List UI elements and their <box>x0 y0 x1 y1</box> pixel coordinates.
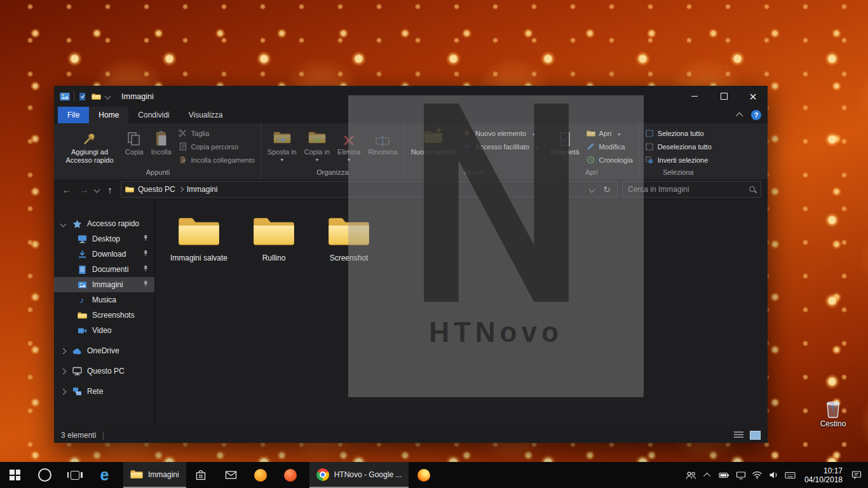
sidebar-item-immagini[interactable]: Immagini <box>54 277 154 292</box>
cortana-button[interactable] <box>30 462 60 488</box>
tray-overflow-chevron-icon[interactable] <box>700 462 716 488</box>
red-app-button[interactable] <box>276 462 306 488</box>
copy-to-button[interactable]: Copia in <box>301 125 334 163</box>
ribbon-group-seleziona: Seleziona tutto Deseleziona tutto Invert… <box>639 123 717 179</box>
invert-selection-button[interactable]: Inverti selezione <box>642 153 715 166</box>
open-button[interactable]: Apri <box>583 126 636 140</box>
title-bar[interactable]: Immagini <box>54 86 768 107</box>
tab-visualizza[interactable]: Visualizza <box>179 107 233 123</box>
folder-content-area[interactable]: Immagini salvate Rullino Screenshot <box>155 200 768 428</box>
breadcrumb-separator-icon <box>178 187 183 192</box>
tab-file[interactable]: File <box>58 107 89 123</box>
history-button[interactable]: Cronologia <box>583 153 636 166</box>
qat-properties-icon[interactable] <box>78 92 87 101</box>
expand-chevron-icon[interactable] <box>60 389 67 395</box>
sidebar-item-screenshots[interactable]: Screenshots <box>54 308 154 323</box>
battery-icon[interactable] <box>716 462 733 488</box>
breadcrumb-questo-pc[interactable]: Questo PC <box>138 185 175 194</box>
sidebar-item-rete[interactable]: Rete <box>54 384 154 399</box>
dropdown-arrow-icon <box>348 158 350 163</box>
tab-condividi[interactable]: Condividi <box>128 107 179 123</box>
open-folder-icon <box>587 130 595 137</box>
folder-icon <box>177 214 220 249</box>
people-icon[interactable] <box>683 462 700 488</box>
rename-button[interactable]: Rinomina <box>364 125 401 156</box>
easy-access-button[interactable]: Accesso facilitato <box>459 140 541 153</box>
expand-chevron-icon[interactable] <box>60 221 67 227</box>
sidebar-item-desktop[interactable]: Desktop <box>54 231 154 247</box>
taskbar-clock[interactable]: 10:17 04/10/2018 <box>799 466 848 484</box>
help-icon[interactable] <box>751 110 761 120</box>
sidebar-item-documenti[interactable]: Documenti <box>54 262 154 277</box>
folder-tile-rullino[interactable]: Rullino <box>242 214 306 262</box>
recycle-bin[interactable]: Cestino <box>815 398 851 428</box>
mail-button[interactable] <box>216 462 246 488</box>
copy-path-button[interactable]: Copia percorso <box>175 140 258 153</box>
sidebar-item-video[interactable]: Video <box>54 323 154 338</box>
qat-customize-chevron-icon[interactable] <box>105 93 111 100</box>
paste-button[interactable]: Incolla <box>147 125 175 156</box>
wifi-icon[interactable] <box>749 462 766 488</box>
close-button[interactable] <box>738 86 768 107</box>
new-folder-button[interactable]: Nuova cartella <box>407 125 459 156</box>
chrome-icon <box>316 468 329 481</box>
breadcrumb-immagini[interactable]: Immagini <box>187 185 218 194</box>
store-button[interactable] <box>186 462 216 488</box>
refresh-button[interactable] <box>600 186 613 194</box>
pin-icon <box>82 126 97 147</box>
firefox-icon <box>417 469 430 482</box>
sidebar-item-musica[interactable]: Musica <box>54 292 154 308</box>
expand-chevron-icon[interactable] <box>60 348 67 355</box>
forward-button[interactable] <box>78 185 90 194</box>
edit-button[interactable]: Modifica <box>583 140 636 153</box>
address-dropdown-chevron-icon[interactable] <box>589 186 595 193</box>
properties-button[interactable]: Proprietà <box>547 125 583 163</box>
move-to-button[interactable]: Sposta in <box>264 125 301 163</box>
details-view-icon[interactable] <box>734 431 743 439</box>
touch-keyboard-icon[interactable] <box>782 462 799 488</box>
sidebar-item-accesso-rapido[interactable]: Accesso rapido <box>54 216 154 231</box>
start-button[interactable] <box>0 462 30 488</box>
qat-new-folder-icon[interactable] <box>92 93 101 100</box>
delete-icon <box>342 126 355 147</box>
collapse-ribbon-icon[interactable] <box>736 112 743 119</box>
edge-button[interactable] <box>90 462 119 488</box>
dropdown-arrow-icon <box>530 130 535 137</box>
paste-shortcut-button[interactable]: Incolla collegamento <box>175 153 258 166</box>
delete-button[interactable]: Elimina <box>334 125 364 163</box>
copy-button[interactable]: Copia <box>121 125 147 156</box>
back-button[interactable] <box>60 185 73 194</box>
select-all-button[interactable]: Seleziona tutto <box>642 126 715 140</box>
minimize-button[interactable] <box>680 86 709 107</box>
up-button[interactable] <box>104 185 116 194</box>
search-input[interactable] <box>627 184 746 194</box>
sidebar-item-download[interactable]: Download <box>54 247 154 262</box>
address-bar[interactable]: Questo PC Immagini <box>121 181 618 198</box>
pin-to-quick-access-button[interactable]: Aggiungi ad Accesso rapido <box>58 125 121 165</box>
ethernet-icon[interactable] <box>733 462 749 488</box>
sidebar-item-questo-pc[interactable]: Questo PC <box>54 363 154 379</box>
new-item-button[interactable]: Nuovo elemento <box>459 126 541 140</box>
taskbar-app-chrome[interactable]: HTNovo - Google ... <box>309 462 409 488</box>
task-view-button[interactable] <box>60 462 90 488</box>
recent-locations-chevron-icon[interactable] <box>94 186 100 193</box>
cut-button[interactable]: Taglia <box>175 126 258 140</box>
pin-icon <box>142 234 149 243</box>
group-label-appunti: Appunti <box>58 168 258 179</box>
orange-app-button[interactable] <box>246 462 276 488</box>
sidebar-item-onedrive[interactable]: OneDrive <box>54 343 154 358</box>
volume-icon[interactable] <box>766 462 782 488</box>
sidebar: Accesso rapido Desktop Download <box>54 200 155 428</box>
firefox-button[interactable] <box>409 462 438 488</box>
taskbar-app-explorer[interactable]: Immagini <box>123 462 186 488</box>
tab-home[interactable]: Home <box>89 107 128 123</box>
windows-logo-icon <box>10 470 20 480</box>
folder-tile-immagini-salvate[interactable]: Immagini salvate <box>167 214 231 262</box>
maximize-button[interactable] <box>709 86 738 107</box>
folder-tile-screenshot[interactable]: Screenshot <box>317 214 381 262</box>
select-none-button[interactable]: Deseleziona tutto <box>642 140 715 153</box>
expand-chevron-icon[interactable] <box>60 369 67 375</box>
thumbnails-view-icon[interactable] <box>750 431 761 440</box>
search-icon[interactable] <box>749 186 757 194</box>
action-center-icon[interactable] <box>848 462 865 488</box>
